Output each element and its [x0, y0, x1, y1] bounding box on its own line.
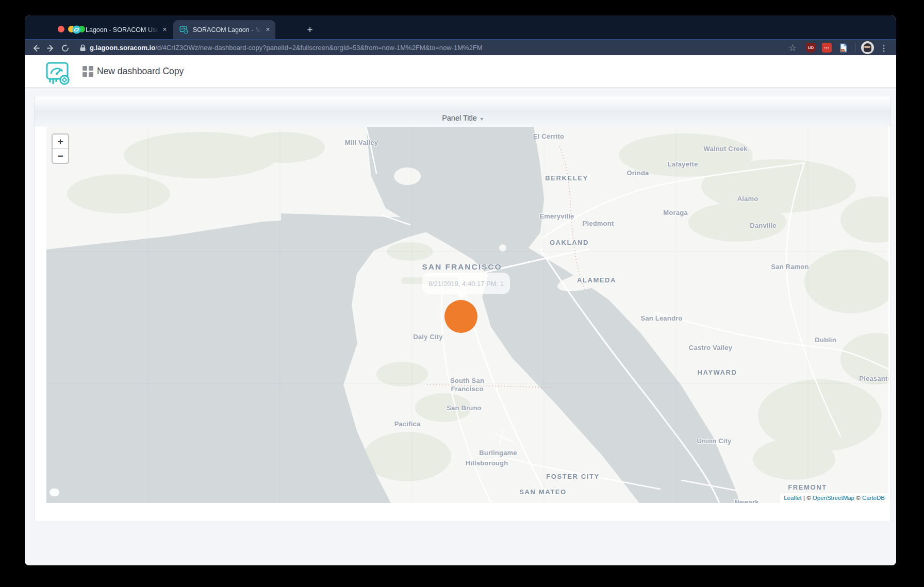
panel-title[interactable]: Panel Title ▾ — [35, 96, 890, 127]
map-label: OAKLAND — [550, 239, 589, 247]
map-label: Hillsborough — [466, 459, 508, 467]
map-label: Pacifica — [394, 420, 421, 428]
map-label: Pleasanton — [859, 375, 888, 383]
tab-title: Lagoon - SORACOM User Cons — [86, 26, 158, 33]
new-tab-button[interactable]: + — [304, 24, 316, 36]
map-label: SAN FRANCISCO — [422, 262, 502, 272]
lastpass-extension-icon[interactable]: ••• — [822, 43, 832, 53]
map-label: FOSTER CITY — [546, 473, 600, 481]
map-zoom-control: + − — [52, 133, 69, 164]
map-label: San Ramon — [771, 263, 808, 271]
map-label: Mill Valley — [345, 139, 378, 147]
map-label: ALAMEDA — [577, 276, 616, 284]
cartodb-link[interactable]: CartoDB — [862, 495, 885, 501]
page-extension-icon[interactable] — [837, 42, 850, 54]
reload-icon[interactable] — [59, 42, 71, 54]
map-label: Emeryville — [539, 212, 574, 221]
map-label: Piedmont — [583, 220, 614, 228]
tab-soracom-lagoon[interactable]: SORACOM Lagoon - New dash ✕ — [173, 20, 275, 39]
back-icon[interactable] — [29, 42, 42, 54]
map-label: Castro Valley — [689, 344, 732, 352]
lagoon-favicon — [179, 25, 188, 34]
attribution-separator: | — [803, 495, 805, 501]
map-label: Moraga — [663, 209, 687, 217]
browser-window: Lagoon - SORACOM User Cons ✕ SORACOM Lag… — [25, 15, 896, 565]
forward-icon[interactable] — [44, 42, 57, 54]
map-label: Union City — [697, 437, 732, 445]
map-zoom-out-button[interactable]: − — [53, 149, 68, 163]
map-label: Danville — [750, 222, 776, 230]
panel-title-text: Panel Title — [442, 114, 477, 122]
dashboard-grid-icon — [82, 66, 94, 77]
map-label: San Leandro — [641, 314, 683, 323]
map-label: BERKELEY — [545, 174, 588, 182]
tab-close-icon[interactable]: ✕ — [266, 26, 270, 33]
bookmark-star-icon[interactable]: ☆ — [786, 42, 799, 54]
tab-close-icon[interactable]: ✕ — [162, 26, 167, 33]
browser-menu-icon[interactable]: ⋮ — [878, 42, 890, 54]
map-label: South San Francisco — [450, 377, 484, 394]
dashboard-title[interactable]: New dashboard Copy — [97, 55, 184, 88]
profile-avatar[interactable] — [861, 41, 874, 54]
map-label: Burlingame — [479, 449, 517, 457]
tab-title: SORACOM Lagoon - New dash — [193, 26, 261, 33]
map-attribution: Leaflet | © OpenStreetMap © CartoDB — [780, 493, 888, 503]
map-label: Lafayette — [668, 160, 698, 169]
url-path: /d/4CrIZ3OWz/new-dashboard-copy?panelId=… — [155, 44, 482, 52]
soracom-favicon — [72, 25, 81, 34]
map-label: Alamo — [737, 195, 758, 203]
leaflet-link[interactable]: Leaflet — [784, 495, 802, 501]
marker-tooltip: 8/21/2019, 4:40:17 PM: 1 — [422, 273, 510, 294]
lock-icon[interactable] — [76, 42, 89, 54]
data-point-marker[interactable] — [444, 300, 477, 333]
map-label: SAN MATEO — [519, 488, 566, 496]
url-domain: g.lagoon.soracom.io — [90, 44, 155, 52]
map-label: Daly City — [413, 333, 442, 341]
map-label: San Bruno — [447, 404, 482, 412]
lagoon-logo[interactable] — [44, 61, 72, 85]
toolbar-separator — [855, 43, 855, 52]
map-canvas[interactable]: Mill ValleyEl CerritoWalnut CreekLafayet… — [46, 127, 888, 503]
tab-soracom-user-console[interactable]: Lagoon - SORACOM User Cons ✕ — [66, 20, 172, 39]
avatar-band — [864, 46, 870, 48]
osm-link[interactable]: OpenStreetMap — [813, 495, 854, 501]
map-label: FREMONT — [788, 483, 827, 492]
traffic-close-button[interactable] — [58, 26, 64, 32]
map-panel: Panel Title ▾ — [34, 96, 891, 522]
copyright-symbol: © — [856, 495, 860, 501]
chevron-down-icon: ▾ — [481, 116, 483, 122]
marker-tooltip-tail — [456, 294, 467, 305]
map-label: Dublin — [815, 336, 836, 344]
map-label: Newark — [734, 498, 758, 503]
map-label: Orinda — [626, 169, 649, 177]
map-label: HAYWARD — [697, 368, 737, 377]
map-zoom-in-button[interactable]: + — [53, 135, 68, 149]
copyright-symbol: © — [806, 495, 811, 501]
dashboard-header: New dashboard Copy ⚙ Previous month — [25, 55, 896, 88]
browser-toolbar: g.lagoon.soracom.io/d/4CrIZ3OWz/new-dash… — [25, 40, 896, 55]
map-label: El Cerrito — [533, 132, 565, 141]
ublock-extension-icon[interactable]: UD — [806, 43, 816, 53]
tab-bar: Lagoon - SORACOM User Cons ✕ SORACOM Lag… — [25, 15, 896, 39]
url-field[interactable]: g.lagoon.soracom.io/d/4CrIZ3OWz/new-dash… — [90, 40, 483, 55]
map-legend-toggle[interactable] — [50, 489, 59, 496]
map-label: Walnut Creek — [704, 145, 748, 153]
